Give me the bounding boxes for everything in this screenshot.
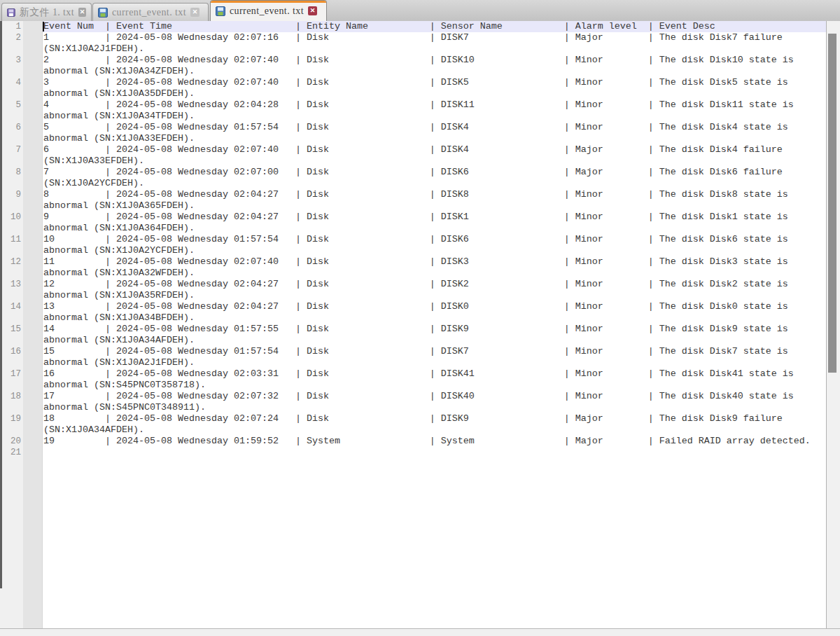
line-number: [0, 357, 23, 368]
editor-line[interactable]: 4 | 2024-05-08 Wednesday 02:04:28 | Disk…: [43, 99, 826, 111]
editor-line[interactable]: 3 | 2024-05-08 Wednesday 02:07:40 | Disk…: [43, 77, 826, 88]
tab-close-icon[interactable]: ✕: [308, 6, 317, 15]
line-number: 10: [0, 212, 23, 223]
editor-line[interactable]: 18 | 2024-05-08 Wednesday 02:07:24 | Dis…: [43, 413, 826, 424]
editor-line[interactable]: 17 | 2024-05-08 Wednesday 02:07:32 | Dis…: [43, 391, 826, 402]
gutter-margin: [23, 21, 43, 628]
editor-line[interactable]: (SN:X1J0A2J1FDEH).: [43, 43, 826, 55]
tab-new-file[interactable]: 新文件 1. txt ✕: [1, 3, 92, 21]
editor-line[interactable]: 13 | 2024-05-08 Wednesday 02:04:27 | Dis…: [43, 301, 826, 312]
line-number: 5: [0, 99, 23, 111]
editor-line[interactable]: 16 | 2024-05-08 Wednesday 02:03:31 | Dis…: [43, 368, 826, 380]
tab-label: current_event. txt: [112, 7, 186, 18]
line-number: 2: [0, 32, 23, 43]
editor-line[interactable]: abnormal (SN:X1J0A32WFDEH).: [43, 268, 826, 279]
floppy-disk-icon: [216, 6, 225, 16]
editor-line[interactable]: abnormal (SN:X1J0A34AFDEH).: [43, 335, 826, 346]
line-number: [0, 402, 23, 413]
line-number: 17: [0, 368, 23, 380]
editor-line[interactable]: (SN:X1J0A34AFDEH).: [43, 424, 826, 436]
tab-close-icon[interactable]: ✕: [190, 8, 200, 17]
line-number: 13: [0, 279, 23, 290]
editor-line[interactable]: 10 | 2024-05-08 Wednesday 01:57:54 | Dis…: [43, 234, 826, 245]
editor-line[interactable]: abnormal (SN:X1J0A2YCFDEH).: [43, 245, 826, 256]
vertical-scrollbar[interactable]: [826, 21, 840, 628]
line-number: [0, 312, 23, 324]
editor-line[interactable]: abnormal (SN:X1J0A34BFDEH).: [43, 312, 826, 324]
editor-line[interactable]: abnormal (SN:X1J0A35DFDEH).: [43, 88, 826, 99]
editor-line[interactable]: 12 | 2024-05-08 Wednesday 02:04:27 | Dis…: [43, 279, 826, 290]
text-content[interactable]: Event Num | Event Time | Entity Name | S…: [43, 21, 826, 628]
line-number: 3: [0, 55, 23, 66]
line-number: [0, 66, 23, 77]
tab-current-event-1[interactable]: current_event. txt ✕: [92, 3, 209, 21]
editor-line[interactable]: 15 | 2024-05-08 Wednesday 01:57:54 | Dis…: [43, 346, 826, 357]
editor-line[interactable]: 9 | 2024-05-08 Wednesday 02:04:27 | Disk…: [43, 212, 826, 223]
line-number: 7: [0, 144, 23, 155]
line-number: [0, 424, 23, 436]
line-number: [0, 43, 23, 55]
tab-label: current_event. txt: [230, 6, 304, 17]
editor-line-current[interactable]: Event Num | Event Time | Entity Name | S…: [43, 21, 826, 32]
editor-line[interactable]: abnormal (SN:X1J0A34TFDEH).: [43, 111, 826, 122]
tab-close-icon[interactable]: ✕: [78, 8, 86, 17]
line-number: 20: [0, 436, 23, 447]
line-number: 6: [0, 122, 23, 133]
line-number: [0, 155, 23, 167]
editor-line[interactable]: 2 | 2024-05-08 Wednesday 02:07:40 | Disk…: [43, 55, 826, 66]
text-caret: [43, 22, 44, 32]
scrollbar-thumb[interactable]: [828, 34, 836, 373]
line-number: [0, 245, 23, 256]
editor-line[interactable]: abnormal (SN:X1J0A2J1FDEH).: [43, 357, 826, 368]
line-number: 15: [0, 324, 23, 335]
line-number: [0, 290, 23, 301]
editor-line[interactable]: abnormal (SN:X1J0A33EFDEH).: [43, 133, 826, 144]
line-number: [0, 335, 23, 346]
editor-line[interactable]: (SN:X1J0A2YCFDEH).: [43, 178, 826, 189]
editor-line[interactable]: abnormal (SN:X1J0A364FDEH).: [43, 223, 826, 234]
tab-current-event-2-active[interactable]: current_event. txt ✕: [210, 0, 327, 21]
editor-line[interactable]: 5 | 2024-05-08 Wednesday 01:57:54 | Disk…: [43, 122, 826, 133]
line-number: [0, 178, 23, 189]
editor-line[interactable]: (SN:X1J0A33EFDEH).: [43, 155, 826, 167]
line-number: [0, 88, 23, 99]
left-window-edge: [0, 21, 2, 588]
editor-line[interactable]: 6 | 2024-05-08 Wednesday 02:07:40 | Disk…: [43, 144, 826, 155]
bottom-window-edge: [0, 628, 840, 636]
line-number: 14: [0, 301, 23, 312]
line-number: 18: [0, 391, 23, 402]
line-number: [0, 268, 23, 279]
text-editor-window: 新文件 1. txt ✕ current_event. txt ✕ curren…: [0, 0, 840, 636]
line-number: [0, 223, 23, 234]
line-number: 8: [0, 167, 23, 178]
editor-line[interactable]: [43, 447, 826, 458]
editor-area: 123456789101112131415161718192021 Event …: [0, 21, 840, 628]
line-number: [0, 133, 23, 144]
line-number: 4: [0, 77, 23, 88]
editor-line[interactable]: abnormal (SN:S45PNC0T358718).: [43, 380, 826, 391]
line-number: [0, 200, 23, 212]
editor-line[interactable]: abnormal (SN:X1J0A365FDEH).: [43, 200, 826, 212]
tab-bar: 新文件 1. txt ✕ current_event. txt ✕ curren…: [0, 0, 840, 21]
editor-line[interactable]: 14 | 2024-05-08 Wednesday 01:57:55 | Dis…: [43, 324, 826, 335]
line-number-gutter: 123456789101112131415161718192021: [0, 21, 43, 628]
line-number: 21: [0, 447, 23, 458]
editor-line[interactable]: 7 | 2024-05-08 Wednesday 02:07:00 | Disk…: [43, 167, 826, 178]
line-number: 1: [0, 21, 23, 32]
editor-line[interactable]: abnormal (SN:X1J0A34ZFDEH).: [43, 66, 826, 77]
floppy-disk-icon: [7, 8, 15, 18]
tab-label: 新文件 1. txt: [20, 6, 74, 19]
editor-line[interactable]: 11 | 2024-05-08 Wednesday 02:07:40 | Dis…: [43, 256, 826, 268]
editor-line[interactable]: 1 | 2024-05-08 Wednesday 02:07:16 | Disk…: [43, 32, 826, 43]
line-number: 11: [0, 234, 23, 245]
line-number: 9: [0, 189, 23, 200]
line-number: 12: [0, 256, 23, 268]
line-number: [0, 380, 23, 391]
editor-line[interactable]: abnormal (SN:S45PNC0T348911).: [43, 402, 826, 413]
line-number: 19: [0, 413, 23, 424]
editor-line[interactable]: 19 | 2024-05-08 Wednesday 01:59:52 | Sys…: [43, 436, 826, 447]
floppy-disk-icon: [98, 8, 108, 18]
editor-line[interactable]: 8 | 2024-05-08 Wednesday 02:04:27 | Disk…: [43, 189, 826, 200]
line-number: 16: [0, 346, 23, 357]
editor-line[interactable]: abnormal (SN:X1J0A35RFDEH).: [43, 290, 826, 301]
